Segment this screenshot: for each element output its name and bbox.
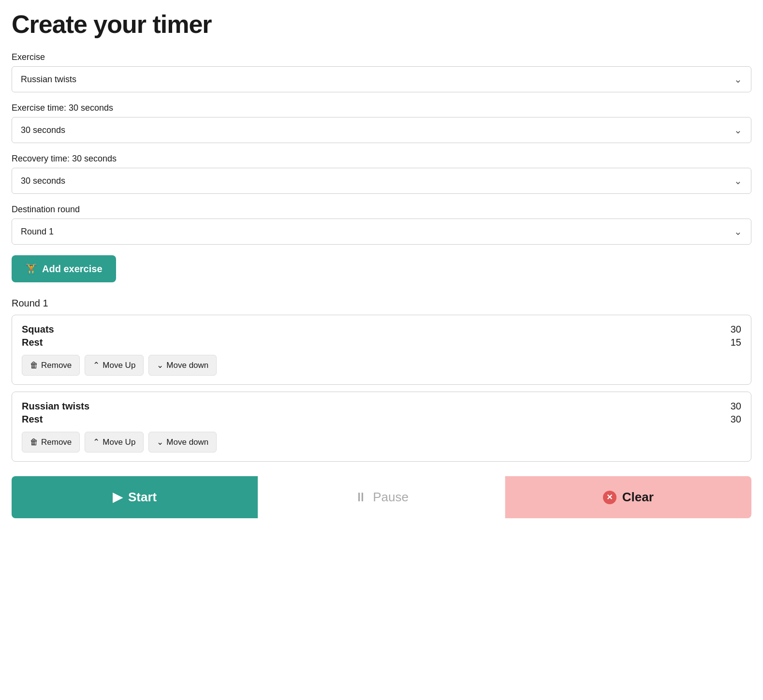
footer-bar: Start Pause ✕ Clear: [12, 476, 751, 518]
recovery-time-select[interactable]: 10 seconds 15 seconds 20 seconds 30 seco…: [12, 168, 751, 193]
destination-round-field-group: Destination round Round 1 Round 2 Round …: [12, 204, 751, 245]
chevron-down-icon-2: ⌄: [157, 437, 163, 447]
russian-twists-exercise-row: Russian twists 30: [22, 401, 741, 412]
x-circle-icon: ✕: [603, 491, 616, 504]
chevron-down-icon: ⌄: [157, 360, 163, 370]
russian-twists-remove-button[interactable]: 🗑 Remove: [22, 432, 80, 452]
exercise-field-group: Exercise Russian twists Squats Push-ups …: [12, 52, 751, 92]
squats-move-down-button[interactable]: ⌄ Move down: [148, 355, 217, 376]
page-title: Create your timer: [12, 10, 751, 39]
exercise-card-squats: Squats 30 Rest 15 🗑 Remove ⌃ Move Up ⌄ M…: [12, 315, 751, 385]
russian-twists-rest-row: Rest 30: [22, 414, 741, 425]
squats-remove-label: Remove: [41, 361, 72, 370]
trash-icon-2: 🗑: [30, 438, 38, 447]
exercise-select-wrapper: Russian twists Squats Push-ups Lunges Pl…: [12, 66, 751, 92]
play-icon: [113, 490, 122, 505]
add-exercise-button[interactable]: 🏋 Add exercise: [12, 255, 116, 282]
chevron-up-icon: ⌃: [93, 360, 100, 370]
pause-button[interactable]: Pause: [258, 476, 505, 518]
round-1-section: Round 1 Squats 30 Rest 15 🗑 Remove ⌃ Mov…: [12, 298, 751, 462]
clear-label: Clear: [622, 490, 654, 505]
squats-rest-time: 15: [731, 337, 741, 348]
squats-move-down-label: Move down: [166, 361, 208, 370]
start-label: Start: [128, 490, 157, 505]
exercise-time-label: Exercise time: 30 seconds: [12, 103, 751, 113]
chevron-up-icon-2: ⌃: [93, 437, 100, 447]
squats-rest-row: Rest 15: [22, 337, 741, 348]
russian-twists-remove-label: Remove: [41, 438, 72, 447]
add-exercise-label: Add exercise: [42, 263, 103, 275]
squats-move-up-button[interactable]: ⌃ Move Up: [85, 355, 144, 376]
exercise-time-field-group: Exercise time: 30 seconds 15 seconds 20 …: [12, 103, 751, 143]
russian-twists-move-down-label: Move down: [166, 438, 208, 447]
russian-twists-move-up-button[interactable]: ⌃ Move Up: [85, 432, 144, 452]
destination-round-select[interactable]: Round 1 Round 2 Round 3: [12, 219, 751, 244]
trash-icon: 🗑: [30, 361, 38, 370]
exercise-select[interactable]: Russian twists Squats Push-ups Lunges Pl…: [12, 67, 751, 92]
squats-exercise-row: Squats 30: [22, 324, 741, 335]
exercise-time-select[interactable]: 15 seconds 20 seconds 30 seconds 45 seco…: [12, 117, 751, 143]
pause-label: Pause: [373, 490, 409, 505]
recovery-time-label: Recovery time: 30 seconds: [12, 154, 751, 164]
russian-twists-move-down-button[interactable]: ⌄ Move down: [148, 432, 217, 452]
squats-move-up-label: Move Up: [103, 361, 135, 370]
dumbbell-icon: 🏋: [25, 263, 37, 275]
russian-twists-rest-label: Rest: [22, 414, 43, 425]
clear-button[interactable]: ✕ Clear: [505, 476, 751, 518]
exercise-card-russian-twists: Russian twists 30 Rest 30 🗑 Remove ⌃ Mov…: [12, 392, 751, 462]
russian-twists-time: 30: [731, 401, 741, 412]
squats-actions: 🗑 Remove ⌃ Move Up ⌄ Move down: [22, 355, 741, 376]
squats-time: 30: [731, 324, 741, 335]
destination-round-label: Destination round: [12, 204, 751, 215]
squats-name: Squats: [22, 324, 54, 335]
squats-rest-label: Rest: [22, 337, 43, 348]
squats-remove-button[interactable]: 🗑 Remove: [22, 355, 80, 376]
destination-round-select-wrapper: Round 1 Round 2 Round 3 ⌄: [12, 219, 751, 245]
russian-twists-move-up-label: Move Up: [103, 438, 135, 447]
recovery-time-select-wrapper: 10 seconds 15 seconds 20 seconds 30 seco…: [12, 168, 751, 194]
exercise-label: Exercise: [12, 52, 751, 62]
recovery-time-field-group: Recovery time: 30 seconds 10 seconds 15 …: [12, 154, 751, 194]
exercise-time-select-wrapper: 15 seconds 20 seconds 30 seconds 45 seco…: [12, 117, 751, 143]
start-button[interactable]: Start: [12, 476, 258, 518]
russian-twists-name: Russian twists: [22, 401, 89, 412]
russian-twists-rest-time: 30: [731, 414, 741, 425]
pause-icon: [354, 490, 367, 505]
russian-twists-actions: 🗑 Remove ⌃ Move Up ⌄ Move down: [22, 432, 741, 452]
round-1-label: Round 1: [12, 298, 751, 309]
